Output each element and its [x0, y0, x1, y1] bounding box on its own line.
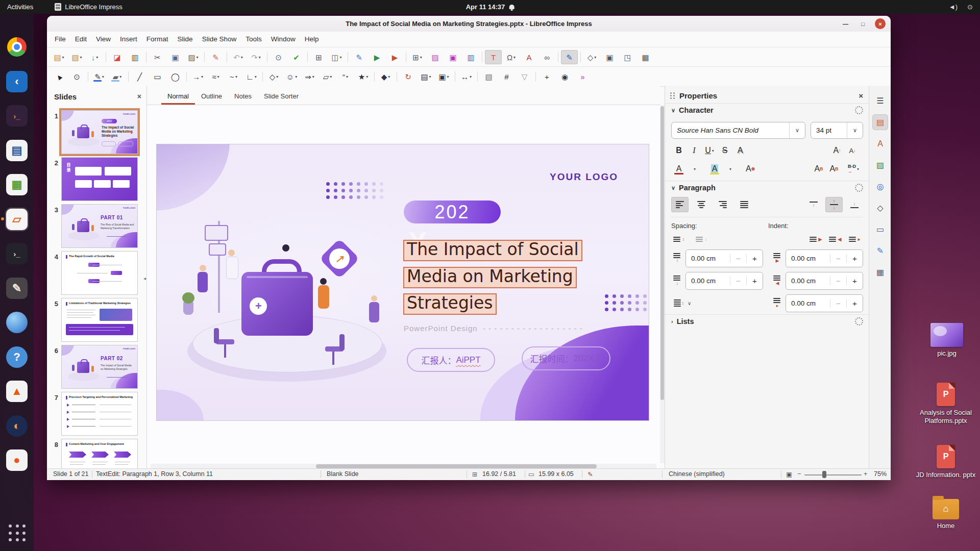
activities-button[interactable]: Activities	[7, 3, 33, 11]
image-filter-button[interactable]: ▽	[516, 69, 533, 84]
slide-thumbnail-3[interactable]: YOUR LOGO PART 01 The Rise of Social Med…	[61, 204, 138, 248]
spacing-above-decrease-button[interactable]: −	[730, 254, 746, 263]
sidebar-settings[interactable]: ☰	[872, 93, 888, 109]
dropdown-arrow-icon[interactable]: ▾	[259, 55, 261, 60]
desktop-icon-pic-jpg[interactable]: pic.jpg	[914, 323, 980, 358]
title-bar[interactable]: The Impact of Social Media on Marketing …	[47, 16, 891, 32]
3d-objects-button[interactable]: ◆▾	[377, 69, 394, 84]
italic-button[interactable]: I	[687, 143, 702, 158]
increase-font-size-button[interactable]: A↑	[829, 143, 845, 158]
insert-table-button[interactable]: ⊞▾	[409, 50, 426, 64]
document-modified-icon[interactable]: ✎	[587, 470, 593, 478]
report-time-pill[interactable]: 汇报时间：202X.X	[522, 346, 610, 370]
menu-file[interactable]: File	[50, 32, 70, 47]
align-bottom-button[interactable]: ↓	[846, 197, 863, 212]
decrease-indent-button[interactable]: ◀	[827, 232, 843, 246]
dropdown-arrow-icon[interactable]: ▾	[388, 74, 390, 79]
focused-app-menu[interactable]: LibreOffice Impress	[55, 3, 122, 11]
menu-slide[interactable]: Slide	[173, 32, 198, 47]
dropdown-arrow-icon[interactable]: ▾	[420, 55, 422, 60]
start-from-current-slide-button[interactable]: ▶	[386, 50, 403, 64]
dock-item-help[interactable]: ?	[6, 346, 28, 368]
dock-item-firefox[interactable]: ◐	[6, 415, 28, 437]
cut-button[interactable]: ✂	[149, 50, 166, 64]
dock-item-blue-globe-app[interactable]	[6, 311, 28, 334]
zoom-in-button[interactable]: +	[864, 470, 867, 478]
dropdown-arrow-icon[interactable]: ▾	[119, 74, 121, 79]
zoom-pan-button[interactable]: ⊙	[68, 69, 85, 84]
slide-thumbnail-7[interactable]: Precision Targeting and Personalized Mar…	[61, 392, 138, 436]
spacing-below-value[interactable]: 0.00 cm	[686, 277, 730, 285]
dropdown-arrow-icon[interactable]: ▾	[96, 55, 98, 60]
paragraph-settings-gear-icon[interactable]	[855, 184, 863, 192]
font-size-combo[interactable]: 34 pt ∨	[811, 122, 863, 139]
align-right-button[interactable]	[714, 197, 731, 212]
dropdown-arrow-icon[interactable]: ▾	[295, 74, 297, 79]
spacing-above-value[interactable]: 0.00 cm	[686, 255, 730, 262]
insert-line-button[interactable]: ╱	[131, 69, 148, 84]
menu-help[interactable]: Help	[300, 32, 324, 47]
new-document-button[interactable]: ▤▾	[51, 50, 67, 64]
display-presentation-button[interactable]: ▦	[637, 50, 654, 64]
underline-button[interactable]: U▾	[702, 143, 717, 158]
volume-icon[interactable]: ◄)	[949, 3, 958, 11]
indent-after-text-decrease-button[interactable]: −	[830, 277, 846, 285]
align-center-button[interactable]	[693, 197, 710, 212]
flowchart-button[interactable]: ▱▾	[319, 69, 336, 84]
character-section-header[interactable]: ∨ Character	[665, 103, 869, 117]
dropdown-arrow-icon[interactable]: ▾	[330, 74, 332, 79]
indent-before-text-value[interactable]: 0.00 cm	[786, 255, 830, 262]
font-name-combo[interactable]: Source Han Sans CN Bold ∨	[671, 122, 805, 139]
dropdown-arrow-icon[interactable]: ▾	[217, 74, 219, 79]
open-file-button[interactable]: ▧▾	[68, 50, 85, 64]
dock-item-gimp[interactable]: ✎	[6, 277, 28, 299]
horizontal-scrollbar-thumb[interactable]	[316, 464, 597, 468]
display-grid-button[interactable]: ⊞	[310, 50, 327, 64]
paragraph-section-header[interactable]: ∨ Paragraph	[665, 181, 869, 194]
start-from-first-slide-button[interactable]: ▶	[369, 50, 385, 64]
superscript-button[interactable]: AB	[811, 162, 826, 176]
dropdown-arrow-icon[interactable]: ▾	[346, 74, 348, 79]
align-top-button[interactable]: ↑	[805, 197, 822, 212]
tab-slide-sorter[interactable]: Slide Sorter	[258, 88, 305, 105]
copy-button[interactable]: ▣	[167, 50, 184, 64]
dropdown-arrow-icon[interactable]: ▾	[255, 74, 257, 79]
vertical-scrollbar[interactable]	[660, 105, 665, 463]
indent-before-text-increase-button[interactable]: +	[846, 254, 863, 263]
tab-notes[interactable]: Notes	[228, 88, 258, 105]
menu-format[interactable]: Format	[142, 32, 173, 47]
indent-after-text-field[interactable]: 0.00 cm − +	[786, 272, 863, 290]
language-status[interactable]: Chinese (simplified)	[669, 470, 725, 478]
tab-slide-transition[interactable]: ▦	[872, 264, 888, 280]
indent-before-text-field[interactable]: 0.00 cm − +	[786, 249, 863, 267]
desktop-icon-jd-information[interactable]: PJD Information. pptx	[913, 445, 979, 479]
insert-media-button[interactable]: ▣	[445, 50, 461, 64]
dropdown-arrow-icon[interactable]: ▾	[201, 74, 203, 79]
line-spacing-dropdown-icon[interactable]: ∨	[688, 300, 691, 306]
dropdown-arrow-icon[interactable]: ▾	[241, 55, 243, 60]
tab-master-slides[interactable]: ▭	[872, 221, 888, 237]
rotate-object-button[interactable]: ◳	[619, 50, 636, 64]
align-objects-button[interactable]: ▤▾	[418, 69, 434, 84]
panel-drag-handle-icon[interactable]	[670, 92, 675, 99]
tab-normal[interactable]: Normal	[161, 88, 195, 105]
dropdown-arrow-icon[interactable]: ▾	[513, 55, 516, 60]
dock-item-libreoffice-impress[interactable]: ▱	[6, 208, 28, 231]
character-spacing-button[interactable]: B-D↔▾	[846, 162, 861, 176]
curve-polygon-button[interactable]: ~▾	[225, 69, 242, 84]
zoom-slider[interactable]	[804, 474, 862, 475]
dropdown-arrow-icon[interactable]: ▾	[594, 55, 596, 60]
dock-item-ubuntu-software[interactable]: ●	[6, 449, 28, 471]
rectangle-button[interactable]: ▭	[149, 69, 166, 84]
desktop-icon-analysis-of-social-platforms[interactable]: PAnalysis of Social Platforms.pptx	[913, 383, 979, 425]
title-line-2[interactable]: Media on Marketing	[403, 267, 577, 288]
font-size-dropdown-icon[interactable]: ∨	[847, 122, 863, 138]
basic-shapes-menu-button[interactable]: ◇▾	[583, 50, 600, 64]
justify-button[interactable]	[736, 197, 753, 212]
center-vertically-button[interactable]: ↑↓	[825, 197, 843, 212]
highlight-color-button[interactable]: A	[707, 162, 722, 176]
snap-guides-button[interactable]: ◫▾	[328, 50, 345, 64]
vertical-scrollbar-thumb[interactable]	[660, 106, 664, 400]
insert-image-button[interactable]: ▨	[427, 50, 444, 64]
freeform-line-button[interactable]: ✎	[561, 50, 578, 64]
